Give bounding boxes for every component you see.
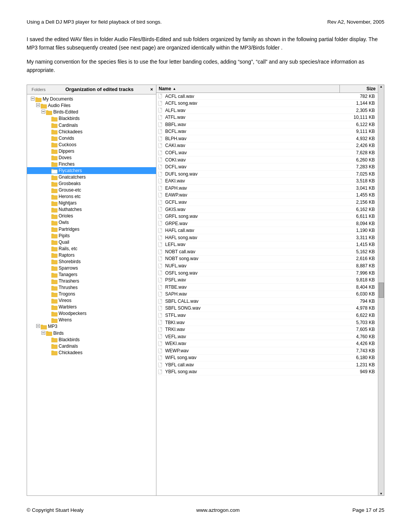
file-row[interactable]: ♪ NUFL.wav8,887 KB: [156, 262, 378, 270]
tree-item-cardinals2[interactable]: Cardinals: [27, 343, 156, 349]
name-column-header[interactable]: Name ▲: [156, 85, 340, 93]
file-row[interactable]: ♪ STFL.wav6,622 KB: [156, 312, 378, 319]
file-row[interactable]: ♪ HAFL song.wav3,311 KB: [156, 234, 378, 241]
tree-item-sparrows[interactable]: Sparrows: [27, 265, 156, 271]
file-row[interactable]: ♪ OSFL song.wav7,996 KB: [156, 270, 378, 277]
file-row[interactable]: ♪ COKI.wav6,260 KB: [156, 157, 378, 164]
file-row[interactable]: ♪ WEKI.wav4,426 KB: [156, 340, 378, 347]
tree-item-woodpeckers[interactable]: Woodpeckers: [27, 310, 156, 317]
file-row[interactable]: ♪ SAPH.wav6,030 KB: [156, 291, 378, 298]
tree-item-raptors[interactable]: Raptors: [27, 252, 156, 258]
tree-item-birds-edited[interactable]: Birds-Edited: [27, 109, 156, 115]
file-row[interactable]: ♪ BLPH.wav4,932 KB: [156, 135, 378, 142]
svg-text:♪: ♪: [159, 131, 160, 133]
file-row[interactable]: ♪ ALFL.wav2,305 KB: [156, 107, 378, 114]
file-row[interactable]: ♪ BCFL.wav9,111 KB: [156, 128, 378, 136]
file-explorer: Folders Organization of edited tracks × …: [27, 85, 384, 496]
tree-item-thrashers[interactable]: Thrashers: [27, 278, 156, 284]
tree-item-shorebirds[interactable]: Shorebirds: [27, 258, 156, 265]
tree-item-owls[interactable]: Owls: [27, 219, 156, 226]
svg-text:♪: ♪: [159, 308, 160, 310]
tree-item-nuthatches[interactable]: Nuthatches: [27, 206, 156, 213]
tree-item-quail[interactable]: Quail: [27, 239, 156, 245]
tree-item-rails-etc[interactable]: Rails, etc: [27, 245, 156, 252]
tree-item-trogons[interactable]: Trogons: [27, 291, 156, 297]
file-row[interactable]: ♪ ACFL song.wav1,144 KB: [156, 100, 378, 107]
tree-item-grouse-etc[interactable]: Grouse-etc: [27, 187, 156, 193]
file-row[interactable]: ♪ ACFL call.wav782 KB: [156, 93, 378, 100]
file-row[interactable]: ♪ CAKI.wav2,426 KB: [156, 142, 378, 150]
tree-item-corvids[interactable]: Corvids: [27, 135, 156, 141]
tree-item-pipits[interactable]: Pipits: [27, 232, 156, 239]
file-row[interactable]: ♪ EAPH.wav3,041 KB: [156, 185, 378, 192]
file-row[interactable]: ♪ DCFL.wav7,283 KB: [156, 163, 378, 171]
file-name: SBFL CALL.wav: [164, 299, 340, 304]
file-row[interactable]: ♪ WEWP.wav7,743 KB: [156, 347, 378, 355]
tree-item-grosbeaks[interactable]: Grosbeaks: [27, 181, 156, 187]
scroll-up-arrow[interactable]: ▲: [380, 85, 383, 88]
file-row[interactable]: ♪ LEFL.wav1,415 KB: [156, 241, 378, 249]
tree-item-partridges[interactable]: Partridges: [27, 226, 156, 232]
file-row[interactable]: ♪ SBFL SONG.wav4,978 KB: [156, 305, 378, 312]
tree-item-vireos[interactable]: Vireos: [27, 297, 156, 304]
tree-item-doves[interactable]: Doves: [27, 154, 156, 161]
file-size: 6,611 KB: [340, 214, 378, 219]
tree-item-finches[interactable]: Finches: [27, 161, 156, 167]
file-row[interactable]: ♪ SBFL CALL.wav794 KB: [156, 298, 378, 305]
file-row[interactable]: ♪ PSFL.wav9,818 KB: [156, 276, 378, 284]
svg-text:♪: ♪: [159, 336, 160, 338]
file-row[interactable]: ♪ ATFL.wav10,111 KB: [156, 114, 378, 121]
tree-item-nightjars[interactable]: Nightjars: [27, 200, 156, 206]
tree-item-blackbirds[interactable]: Blackbirds: [27, 115, 156, 122]
file-row[interactable]: ♪ YBFL call.wav1,231 KB: [156, 361, 378, 369]
tree-item-audio-files[interactable]: Audio Files: [27, 102, 156, 109]
right-scrollbar[interactable]: ▲ ▼: [378, 85, 384, 495]
file-row[interactable]: ♪ TRKI.wav7,605 KB: [156, 326, 378, 333]
tree-item-herons-etc[interactable]: Herons etc: [27, 193, 156, 200]
tree-item-dippers[interactable]: Dippers: [27, 148, 156, 154]
tree-item-orioles[interactable]: Orioles: [27, 213, 156, 219]
file-row[interactable]: ♪ GKIS.wav6,162 KB: [156, 206, 378, 213]
scroll-thumb[interactable]: [379, 283, 384, 298]
tree-item-warblers[interactable]: Warblers: [27, 304, 156, 310]
close-button[interactable]: ×: [150, 87, 153, 92]
tree-item-label: Dippers: [59, 149, 74, 154]
svg-text:♪: ♪: [159, 371, 160, 373]
file-row[interactable]: ♪ BBFL.wav6,122 KB: [156, 121, 378, 128]
file-row[interactable]: ♪ YBFL song.wav949 KB: [156, 369, 378, 376]
tree-item-flycatchers[interactable]: Flycatchers: [27, 167, 156, 174]
file-row[interactable]: ♪ TBKI.wav5,703 KB: [156, 319, 378, 326]
file-name: RTBE.wav: [164, 284, 340, 290]
tree-item-mp3[interactable]: MP3: [27, 323, 156, 330]
folder-icon: [51, 161, 57, 167]
tree-item-my-documents[interactable]: My Documents: [27, 96, 156, 102]
file-row[interactable]: ♪ EAKI.wav3,518 KB: [156, 178, 378, 185]
tree-item-cardinals[interactable]: Cardinals: [27, 122, 156, 128]
tree-item-gnatcatchers[interactable]: Gnatcatchers: [27, 174, 156, 181]
file-name: GCFL.wav: [164, 200, 340, 205]
tree-item-chickadees[interactable]: Chickadees: [27, 128, 156, 135]
file-row[interactable]: ♪ COFL.wav7,628 KB: [156, 149, 378, 157]
file-row[interactable]: ♪ WIFL song.wav6,180 KB: [156, 355, 378, 362]
file-row[interactable]: ♪ HAFL call.wav1,190 KB: [156, 227, 378, 234]
file-row[interactable]: ♪ GCFL.wav2,156 KB: [156, 199, 378, 206]
tree-item-tanagers[interactable]: Tanagers: [27, 271, 156, 278]
tree-item-cuckoos[interactable]: Cuckoos: [27, 141, 156, 148]
tree-item-chickadees2[interactable]: Chickadees: [27, 349, 156, 356]
scroll-down-arrow[interactable]: ▼: [380, 492, 383, 495]
tree-item-birds[interactable]: Birds: [27, 330, 156, 336]
file-row[interactable]: ♪ DUFL song.wav7,025 KB: [156, 171, 378, 178]
file-row[interactable]: ♪ VEFL.wav4,760 KB: [156, 333, 378, 340]
wav-file-icon: ♪: [158, 291, 163, 297]
size-column-header[interactable]: Size: [340, 85, 378, 93]
file-row[interactable]: ♪ RTBE.wav8,404 KB: [156, 284, 378, 291]
tree-item-thrushes[interactable]: Thrushes: [27, 284, 156, 291]
file-row[interactable]: ♪ GRPE.wav8,094 KB: [156, 220, 378, 227]
tree-item-blackbirds2[interactable]: Blackbirds: [27, 336, 156, 343]
file-row[interactable]: ♪ NOBT song.wav2,616 KB: [156, 256, 378, 263]
file-row[interactable]: ♪ GRFL song.wav6,611 KB: [156, 213, 378, 220]
file-name: TRKI.wav: [164, 327, 340, 332]
file-row[interactable]: ♪ NOBT call.wav5,162 KB: [156, 248, 378, 256]
tree-item-wrens[interactable]: Wrens: [27, 317, 156, 323]
file-row[interactable]: ♪ EAWP.wav1,455 KB: [156, 192, 378, 199]
